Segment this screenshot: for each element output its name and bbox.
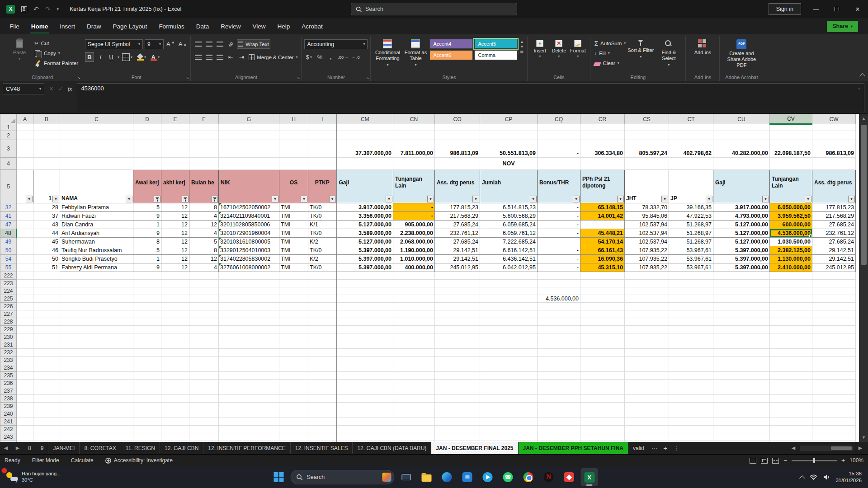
cell-CN239[interactable] [393, 403, 435, 410]
cell-D236[interactable] [133, 380, 161, 387]
cell-H226[interactable] [279, 303, 308, 310]
cell-CQ54[interactable]: - [538, 255, 580, 263]
format-as-table-button[interactable]: Format as Table ▾ [401, 37, 429, 67]
cell-CT227[interactable] [669, 310, 713, 318]
row-header-243[interactable]: 243 [0, 433, 17, 441]
cell-G1[interactable] [219, 124, 279, 131]
cell-CR2[interactable] [580, 131, 625, 140]
column-header-D[interactable]: D [133, 114, 161, 124]
cell-CP230[interactable] [480, 333, 538, 341]
cell-CS48[interactable]: 102.537,94 [625, 229, 669, 238]
align-left-button[interactable] [193, 52, 203, 62]
cell-CT243[interactable] [669, 433, 713, 441]
cell-I238[interactable] [308, 395, 337, 403]
cell-G244[interactable] [219, 441, 279, 442]
enter-icon[interactable]: ✓ [58, 85, 63, 92]
cell-B229[interactable] [33, 326, 60, 333]
cell-CV242[interactable] [770, 426, 812, 433]
cell-CU242[interactable] [713, 426, 770, 433]
cell-E239[interactable] [161, 403, 189, 410]
cell-CW243[interactable] [812, 433, 856, 441]
filter-button-I[interactable]: ▾ [329, 196, 336, 202]
cell-CM32[interactable]: 3.917.000,00 [337, 203, 393, 212]
cell-CS229[interactable] [625, 326, 669, 333]
wrap-text-button[interactable]: Wrap Text [237, 39, 270, 49]
bold-button[interactable]: B [85, 52, 94, 62]
cell-CR41[interactable]: 14.001,42 [580, 212, 625, 221]
cell-CR226[interactable] [580, 303, 625, 310]
cell-CW47[interactable]: 27.685,24 [812, 221, 856, 229]
cell-D233[interactable] [133, 357, 161, 364]
cell-CW231[interactable] [812, 341, 856, 349]
cell-H3[interactable] [279, 140, 308, 158]
cell-H240[interactable] [279, 410, 308, 418]
sheet-tab-8[interactable]: 8 [24, 442, 36, 454]
number-format-select[interactable]: Accounting▾ [304, 39, 368, 49]
cell-H242[interactable] [279, 426, 308, 433]
borders-button[interactable]: ▾ [121, 52, 133, 62]
cell-CN233[interactable] [393, 357, 435, 364]
column-header-CV[interactable]: CV [770, 114, 812, 124]
cell-CR50[interactable]: 66.161,43 [580, 246, 625, 255]
cell-CP225[interactable] [480, 295, 538, 303]
cell-CN237[interactable] [393, 387, 435, 395]
cell-CT228[interactable] [669, 318, 713, 326]
cell-H232[interactable] [279, 349, 308, 357]
cell-E235[interactable] [161, 372, 189, 380]
netflix-icon[interactable]: N [540, 468, 557, 486]
cell-CO225[interactable] [435, 295, 480, 303]
cell-CV230[interactable] [770, 333, 812, 341]
cut-button[interactable]: ✂Cut [33, 38, 79, 48]
cell-I5[interactable]: PTKP▾ [308, 170, 337, 203]
cell-CS54[interactable]: 107.935,22 [625, 255, 669, 263]
cell-CV229[interactable] [770, 326, 812, 333]
cell-CR233[interactable] [580, 357, 625, 364]
filter-button-CP[interactable]: ▾ [530, 196, 537, 202]
cell-CV244[interactable] [770, 441, 812, 442]
cell-CS222[interactable] [625, 272, 669, 280]
cell-B236[interactable] [33, 380, 60, 387]
clear-button[interactable]: Clear▾ [593, 58, 627, 68]
cell-CU48[interactable]: 5.127.000,00 [713, 229, 770, 238]
cell-CS234[interactable] [625, 364, 669, 372]
cell-E241[interactable] [161, 418, 189, 426]
cell-E228[interactable] [161, 318, 189, 326]
align-center-button[interactable] [204, 52, 213, 62]
cell-B4[interactable] [33, 158, 60, 170]
cell-CS3[interactable]: 805.597,24 [625, 140, 669, 158]
filter-button-CQ[interactable]: ▾ [573, 196, 580, 202]
cell-CW240[interactable] [812, 410, 856, 418]
cell-CR32[interactable]: 65.148,15 [580, 203, 625, 212]
cell-CR227[interactable] [580, 310, 625, 318]
cell-CW50[interactable]: 29.142,51 [812, 246, 856, 255]
menu-insert[interactable]: Insert [54, 18, 81, 34]
cell-D55[interactable]: 9 [133, 263, 161, 272]
menu-data[interactable]: Data [190, 18, 215, 34]
cell-CO2[interactable] [435, 131, 480, 140]
cell-CM229[interactable] [337, 326, 393, 333]
cell-B238[interactable] [33, 395, 60, 403]
filter-button-CO[interactable]: ▾ [472, 196, 479, 202]
cell-D32[interactable]: 5 [133, 203, 161, 212]
cell-CM49[interactable]: 5.127.000,00 [337, 238, 393, 246]
decrease-indent-button[interactable]: ⇤ [226, 52, 235, 62]
cell-CQ223[interactable] [538, 280, 580, 287]
cell-CQ55[interactable]: - [538, 263, 580, 272]
cell-C49[interactable]: Suhermawan [60, 238, 133, 246]
cell-CV227[interactable] [770, 310, 812, 318]
cell-C54[interactable]: Songko Budi Prasetyo [60, 255, 133, 263]
cell-D230[interactable] [133, 333, 161, 341]
column-header-H[interactable]: H [279, 114, 308, 124]
cell-C2[interactable] [60, 131, 133, 140]
cell-D235[interactable] [133, 372, 161, 380]
cell-E3[interactable] [161, 140, 189, 158]
row-header-49[interactable]: 49 [0, 238, 17, 246]
column-header-B[interactable]: B [33, 114, 60, 124]
cell-B233[interactable] [33, 357, 60, 364]
cell-G238[interactable] [219, 395, 279, 403]
cell-E230[interactable] [161, 333, 189, 341]
cell-I223[interactable] [308, 280, 337, 287]
cell-CQ227[interactable] [538, 310, 580, 318]
cell-F48[interactable]: 4 [189, 229, 219, 238]
cell-H224[interactable] [279, 287, 308, 295]
